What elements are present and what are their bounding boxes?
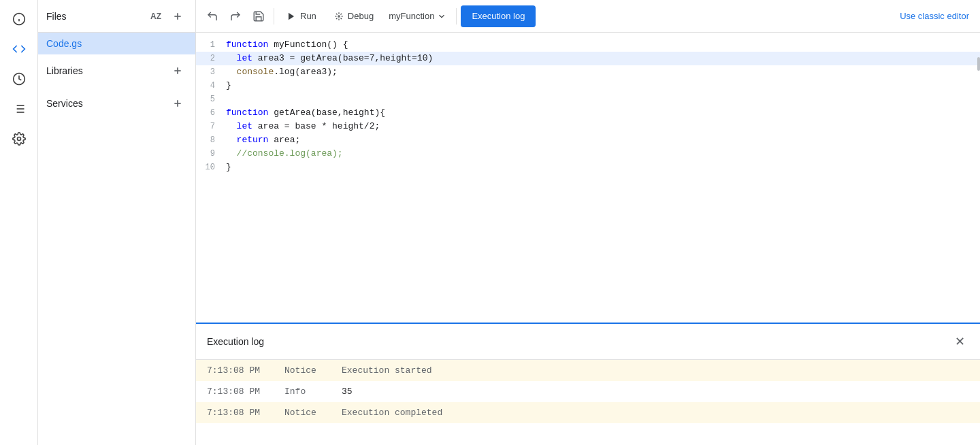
add-service-button[interactable] <box>168 94 187 113</box>
line-number: 7 <box>196 120 223 133</box>
toolbar-divider-1 <box>274 8 274 24</box>
line-number: 5 <box>196 93 223 106</box>
code-line-10: 10} <box>196 161 980 174</box>
line-number: 8 <box>196 133 223 147</box>
line-number: 4 <box>196 79 223 93</box>
toolbar: Run Debug myFunction Execution log Use c… <box>196 0 980 33</box>
exec-log-message: Execution started <box>342 365 432 376</box>
line-content: let area = base * height/2; <box>223 120 980 133</box>
main-area: Run Debug myFunction Execution log Use c… <box>196 0 980 445</box>
code-line-1: 1function myFunction() { <box>196 38 980 52</box>
save-button[interactable] <box>248 5 270 27</box>
debug-button[interactable]: Debug <box>326 5 382 27</box>
line-content: //console.log(area); <box>223 147 980 161</box>
line-number: 10 <box>196 161 223 174</box>
code-line-5: 5 <box>196 93 980 106</box>
exec-log-time: 7:13:08 PM <box>207 408 268 418</box>
svg-point-10 <box>17 137 20 141</box>
exec-log-message: Execution completed <box>342 408 442 418</box>
exec-log-header: Execution log ✕ <box>196 324 980 360</box>
exec-log-close-button[interactable]: ✕ <box>950 332 969 351</box>
sidebar-section-libraries[interactable]: Libraries <box>38 54 195 87</box>
sort-files-button[interactable]: AZ <box>146 7 165 26</box>
sidebar: Files AZ Code.gs Libraries Services <box>38 0 196 445</box>
icon-bar <box>0 0 38 445</box>
sort-az-label: AZ <box>150 12 161 21</box>
exec-log-level: Notice <box>284 365 325 376</box>
sidebar-header-actions: AZ <box>146 7 187 26</box>
code-icon-btn[interactable] <box>5 35 33 63</box>
services-label: Services <box>46 98 83 109</box>
line-content: function myFunction() { <box>223 38 980 52</box>
line-content: return area; <box>223 133 980 147</box>
exec-log-time: 7:13:08 PM <box>207 365 268 376</box>
scroll-indicator <box>977 57 980 71</box>
undo-button[interactable] <box>201 5 223 27</box>
run-label: Run <box>300 11 316 21</box>
exec-log-time: 7:13:08 PM <box>207 386 268 397</box>
redo-button[interactable] <box>225 5 246 27</box>
exec-log-rows: 7:13:08 PMNoticeExecution started7:13:08… <box>196 360 980 445</box>
line-content: let area3 = getArea(base=7,height=10) <box>223 52 980 65</box>
run-button[interactable]: Run <box>278 5 325 27</box>
line-content: function getArea(base,height){ <box>223 106 980 120</box>
info-icon-btn[interactable] <box>5 5 33 33</box>
classic-editor-label: Use classic editor <box>900 11 969 21</box>
code-line-7: 7 let area = base * height/2; <box>196 120 980 133</box>
settings-icon-btn[interactable] <box>5 125 33 152</box>
code-editor[interactable]: 1function myFunction() {2 let area3 = ge… <box>196 33 980 323</box>
line-number: 1 <box>196 38 223 52</box>
sidebar-section-services[interactable]: Services <box>38 87 195 120</box>
classic-editor-link[interactable]: Use classic editor <box>894 11 975 21</box>
function-name-label: myFunction <box>389 11 434 21</box>
exec-log-level: Notice <box>284 408 325 418</box>
line-number: 3 <box>196 65 223 79</box>
sidebar-files-header: Files AZ <box>38 0 195 33</box>
exec-log-message: 35 <box>342 386 353 397</box>
code-lines: 1function myFunction() {2 let area3 = ge… <box>196 33 980 323</box>
code-line-6: 6function getArea(base,height){ <box>196 106 980 120</box>
code-gs-label: Code.gs <box>46 38 82 49</box>
toolbar-divider-2 <box>456 8 457 24</box>
executions-icon-btn[interactable] <box>5 95 33 122</box>
line-number: 9 <box>196 147 223 161</box>
libraries-label: Libraries <box>46 65 83 76</box>
execution-log-label: Execution log <box>472 11 525 21</box>
code-line-2: 2 let area3 = getArea(base=7,height=10) <box>196 52 980 65</box>
svg-point-18 <box>338 15 340 16</box>
line-number: 6 <box>196 106 223 120</box>
exec-log-row: 7:13:08 PMNoticeExecution completed <box>196 402 980 423</box>
code-line-3: 3 console.log(area3); <box>196 65 980 79</box>
code-line-4: 4} <box>196 79 980 93</box>
execution-log-button[interactable]: Execution log <box>461 5 536 27</box>
line-content: } <box>223 79 980 93</box>
svg-marker-17 <box>289 12 294 20</box>
exec-log-row: 7:13:08 PMInfo35 <box>196 381 980 402</box>
line-number: 2 <box>196 52 223 65</box>
add-file-button[interactable] <box>168 7 187 26</box>
line-content <box>223 93 980 106</box>
exec-log-level: Info <box>284 386 325 397</box>
exec-log-row: 7:13:08 PMNoticeExecution started <box>196 360 980 381</box>
clock-icon-btn[interactable] <box>5 65 33 93</box>
debug-label: Debug <box>348 11 374 21</box>
code-line-9: 9 //console.log(area); <box>196 147 980 161</box>
function-selector[interactable]: myFunction <box>383 5 452 27</box>
code-line-8: 8 return area; <box>196 133 980 147</box>
line-content: } <box>223 161 980 174</box>
exec-log-title: Execution log <box>207 336 264 347</box>
line-content: console.log(area3); <box>223 65 980 79</box>
sidebar-files-title: Files <box>46 11 67 22</box>
execution-log-panel: Execution log ✕ 7:13:08 PMNoticeExecutio… <box>196 323 980 445</box>
add-library-button[interactable] <box>168 61 187 80</box>
sidebar-item-code-gs[interactable]: Code.gs <box>38 33 195 54</box>
